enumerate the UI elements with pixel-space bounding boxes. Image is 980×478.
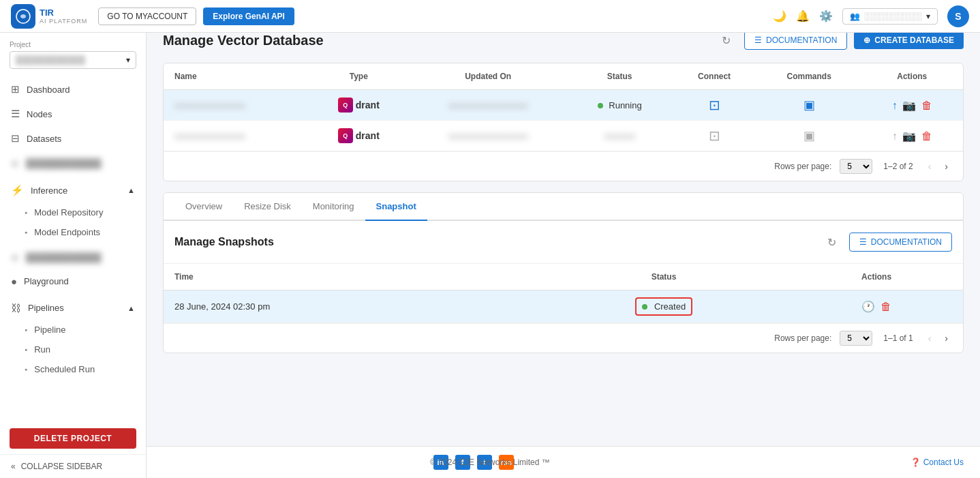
chevron-down-icon: ▾: [126, 55, 130, 65]
snap-rows-per-page-select[interactable]: 51025: [840, 331, 872, 346]
db-actions-cell: ↑ 📷 🗑: [861, 121, 963, 151]
nodes-icon: ☰: [11, 108, 20, 120]
col-actions: Actions: [861, 63, 963, 90]
snapshot-pagination: Rows per page: 51025 1–1 of 1 ‹ ›: [164, 323, 963, 353]
delete-snapshot-button[interactable]: 🗑: [881, 301, 891, 313]
sidebar-section-inference: ⚡ Inference ▲ Model Repository Model End…: [0, 175, 146, 245]
rows-per-page-select[interactable]: 51025: [840, 159, 872, 174]
sidebar-item-scheduled-run[interactable]: Scheduled Run: [0, 359, 146, 379]
col-status: Status: [568, 63, 671, 90]
snapshot-docs-button[interactable]: ☰ DOCUMENTATION: [849, 233, 952, 252]
sidebar-item-model-endpoints[interactable]: Model Endpoints: [0, 222, 146, 242]
model-repository-label: Model Repository: [34, 207, 103, 218]
myaccount-button[interactable]: GO TO MYACCOUNT: [98, 8, 196, 25]
delete-action-button-2[interactable]: 🗑: [921, 130, 932, 143]
settings-gear[interactable]: ⚙️: [819, 10, 833, 23]
sidebar-item-dashboard[interactable]: ⊞ Dashboard: [0, 77, 146, 102]
contact-label: Contact Us: [923, 458, 964, 467]
sidebar-menu: ⊞ Dashboard ☰ Nodes ⊟ Datasets ◈ ███████…: [0, 74, 146, 423]
footer: Legal © 2024 E2E Networks Limited ™ in f…: [0, 446, 980, 478]
snapshot-table-wrapper: Time Status Actions 28 June, 2024 02:30 …: [164, 264, 963, 323]
snap-next-page-button[interactable]: ›: [940, 331, 952, 345]
db-updated-cell: xxxxxxxxxxxxxxxxxx: [408, 90, 568, 121]
connect-button-inactive[interactable]: ⊡: [709, 128, 720, 144]
table-pagination: Rows per page: 51025 1–2 of 2 ‹ ›: [164, 151, 963, 181]
qdrant-hex-icon: Q: [338, 128, 353, 143]
sidebar-item-blurred-1[interactable]: ◈ ████████████: [0, 151, 146, 175]
delete-project-button[interactable]: DELETE PROJECT: [10, 428, 136, 449]
notifications-bell[interactable]: 🔔: [796, 10, 810, 23]
tab-monitoring[interactable]: Monitoring: [302, 193, 365, 221]
detail-card: Overview Resize Disk Monitoring Snapshot…: [163, 192, 964, 353]
sidebar-item-nodes[interactable]: ☰ Nodes: [0, 102, 146, 126]
footer-copyright: © 2024 E2E Networks Limited ™: [430, 458, 550, 467]
terminal-button-inactive[interactable]: ▣: [803, 128, 815, 143]
sidebar-item-playground[interactable]: ● Playground: [0, 269, 146, 293]
table-row: xxxxxxxxxxxxxxxx Q drant xxxxxxxxxxxxxxx…: [164, 121, 963, 151]
table-row: xxxxxxxxxxxxxxxx Q drant xxxxxxxxxxxxxxx…: [164, 90, 963, 121]
database-table-card: Name Type Updated On Status Connect Comm…: [163, 63, 964, 181]
db-status-cell: Running: [568, 90, 671, 121]
logo-box: [11, 4, 35, 29]
avatar[interactable]: S: [947, 5, 969, 27]
db-connect-cell: ⊡: [671, 90, 757, 121]
project-selector[interactable]: ████████████ ▾: [10, 51, 136, 69]
status-dot-active: [598, 103, 603, 108]
col-type: Type: [309, 63, 408, 90]
delete-action-button[interactable]: 🗑: [921, 100, 932, 112]
collapse-sidebar-button[interactable]: « COLLAPSE SIDEBAR: [0, 454, 146, 478]
col-name: Name: [164, 63, 309, 90]
restore-button[interactable]: 🕐: [861, 300, 875, 313]
question-icon: ❓: [910, 458, 921, 467]
tab-overview[interactable]: Overview: [174, 193, 233, 221]
snapshot-action-button-inactive[interactable]: 📷: [902, 130, 916, 143]
upload-action-button[interactable]: ↑: [892, 100, 898, 112]
db-actions-cell: ↑ 📷 🗑: [861, 90, 963, 121]
inference-section-header[interactable]: ⚡ Inference ▲: [0, 178, 146, 203]
contact-us-link[interactable]: ❓ Contact Us: [910, 458, 964, 467]
sidebar-project-section: Project ████████████ ▾: [0, 33, 146, 74]
col-updated-on: Updated On: [408, 63, 568, 90]
explore-genai-button[interactable]: Explore GenAI API: [203, 8, 294, 25]
sidebar-item-datasets[interactable]: ⊟ Datasets: [0, 126, 146, 151]
grid-icon: ⊞: [11, 83, 20, 95]
sidebar-item-blurred-2[interactable]: ◈ ████████████: [0, 245, 146, 269]
connect-button[interactable]: ⊡: [709, 97, 720, 113]
db-name-cell: xxxxxxxxxxxxxxxx: [164, 121, 309, 151]
sidebar-item-label: Dashboard: [27, 85, 70, 95]
sidebar-item-model-repository[interactable]: Model Repository: [0, 203, 146, 222]
sidebar-item-label: Nodes: [27, 109, 52, 119]
sidebar-item-label: Datasets: [27, 134, 61, 144]
blurred-icon: ◈: [11, 157, 19, 169]
create-database-button[interactable]: ⊕ CREATE DATABASE: [854, 31, 964, 49]
dataset-icon: ⊟: [11, 132, 20, 145]
main-content: ... › Manage Vector Database Manage Vect…: [147, 0, 980, 446]
dark-mode-toggle[interactable]: 🌙: [773, 10, 786, 23]
snap-rows-per-page-label: Rows per page:: [774, 333, 831, 343]
prev-page-button[interactable]: ‹: [924, 160, 936, 173]
project-label: Project: [10, 41, 136, 48]
pipelines-section-header[interactable]: ⛓ Pipelines ▲: [0, 296, 146, 320]
rows-per-page-label: Rows per page:: [774, 162, 831, 171]
playground-icon: ●: [11, 275, 17, 287]
next-page-button[interactable]: ›: [940, 160, 952, 173]
team-icon: 👥: [850, 12, 860, 21]
snapshot-action-button[interactable]: 📷: [902, 99, 916, 112]
snap-page-info: 1–1 of 1: [883, 333, 913, 343]
snapshot-refresh-button[interactable]: ↻: [821, 230, 844, 254]
snapshot-table: Time Status Actions 28 June, 2024 02:30 …: [164, 264, 963, 323]
sidebar: Project ████████████ ▾ ⊞ Dashboard ☰ Nod…: [0, 33, 147, 478]
snap-col-status: Status: [538, 264, 790, 290]
upload-action-button-inactive[interactable]: ↑: [892, 130, 898, 143]
snap-prev-page-button[interactable]: ‹: [924, 331, 936, 345]
qdrant-logo: Q drant: [338, 128, 380, 143]
sidebar-item-run[interactable]: Run: [0, 340, 146, 359]
tab-snapshot[interactable]: Snapshot: [365, 193, 427, 221]
sidebar-item-pipeline[interactable]: Pipeline: [0, 320, 146, 340]
database-table: Name Type Updated On Status Connect Comm…: [164, 63, 963, 151]
terminal-button[interactable]: ▣: [803, 98, 815, 113]
documentation-button[interactable]: ☰ DOCUMENTATION: [744, 31, 847, 50]
detail-tabs: Overview Resize Disk Monitoring Snapshot: [164, 193, 963, 221]
team-selector[interactable]: 👥 ░░░░░░░░░░ ▾: [842, 8, 938, 25]
tab-resize-disk[interactable]: Resize Disk: [233, 193, 302, 221]
